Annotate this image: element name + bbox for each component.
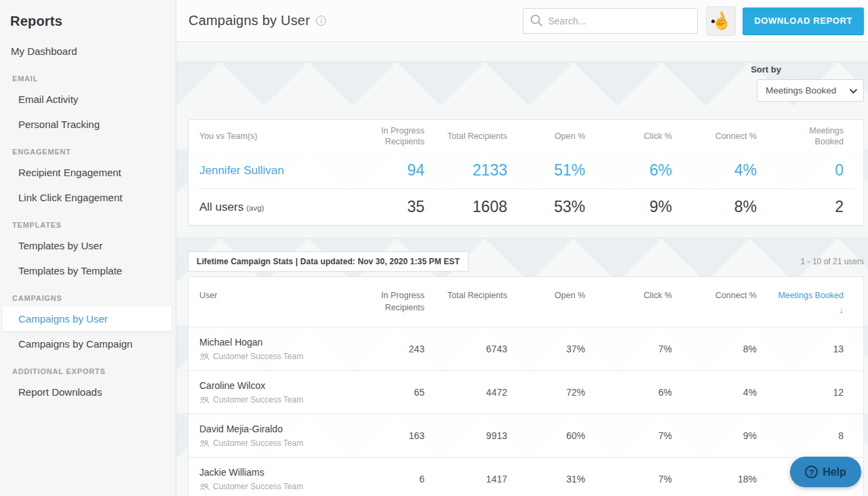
info-icon[interactable]: i <box>316 16 326 26</box>
sort-select-value: Meetings Booked <box>766 85 836 96</box>
total-recipients-value: 4472 <box>425 387 507 398</box>
sidebar-section-email: EMAIL <box>0 64 176 87</box>
sidebar-section-additional-exports: ADDITIONAL EXPORTS <box>0 356 176 379</box>
table-row-michael-hogan[interactable]: Michael Hogan Customer Success Team 243 … <box>189 327 863 370</box>
team-icon <box>199 396 210 404</box>
search-input[interactable] <box>523 8 698 34</box>
summary-col-click: Click % <box>585 131 672 141</box>
sidebar-item-recipient-engagement[interactable]: Recipient Engagement <box>0 160 176 185</box>
sidebar-item-campaigns-by-campaign[interactable]: Campaigns by Campaign <box>0 331 176 356</box>
summary-col-you-vs-teams: You vs Team(s) <box>189 131 342 141</box>
total-recipients-value: 9913 <box>425 430 507 441</box>
sidebar-item-campaigns-by-user[interactable]: Campaigns by User <box>3 306 172 331</box>
summary-col-total-recipients: Total Recipients <box>425 131 507 141</box>
user-cell: Jackie Williams Customer Success Team <box>189 467 342 491</box>
sidebar-item-email-activity[interactable]: Email Activity <box>0 87 176 112</box>
open-value: 37% <box>507 344 585 354</box>
sidebar-item-link-click-engagement[interactable]: Link Click Engagement <box>0 185 176 210</box>
data-updated-chip: Lifetime Campaign Stats | Data updated: … <box>188 251 469 272</box>
sidebar-section-templates: TEMPLATES <box>0 210 176 233</box>
meetings-value: 13 <box>757 344 863 354</box>
summary-row-all-users: All users(avg) 35 1608 53% 9% 8% 2 <box>189 189 863 225</box>
col-open[interactable]: Open % <box>507 277 585 302</box>
sidebar-title: Reports <box>0 11 176 39</box>
table-header-row: User In Progress Recipients Total Recipi… <box>189 277 863 327</box>
summary-row-you[interactable]: Jennifer Sullivan 94 2133 51% 6% 4% 0 <box>189 152 863 188</box>
you-connect-value: 4% <box>672 161 757 180</box>
you-click-value: 6% <box>585 161 672 180</box>
meetings-value: 12 <box>757 387 863 398</box>
in-progress-value: 65 <box>342 387 425 398</box>
team-icon <box>199 353 210 360</box>
table-row-david-mejia-giraldo[interactable]: David Mejia-Giraldo Customer Success Tea… <box>189 413 863 457</box>
you-vs-team-card: You vs Team(s) In Progress Recipients To… <box>188 119 864 226</box>
user-name: Jackie Williams <box>199 467 342 478</box>
sort-descending-arrow-icon[interactable]: ↓ <box>840 304 844 317</box>
sort-area: Sort by Meetings Booked <box>188 42 864 102</box>
sidebar-item-my-dashboard[interactable]: My Dashboard <box>0 39 176 64</box>
col-connect[interactable]: Connect % <box>672 277 757 302</box>
user-team: Customer Success Team <box>199 352 342 361</box>
download-report-button[interactable]: DOWNLOAD REPORT <box>743 7 864 35</box>
sidebar-item-templates-by-user[interactable]: Templates by User <box>0 233 176 258</box>
all-meetings-value: 2 <box>757 198 863 216</box>
all-open-value: 53% <box>507 198 585 216</box>
filter-button[interactable]: ☝ <box>706 6 736 36</box>
team-icon <box>199 483 210 491</box>
sidebar-item-templates-by-template[interactable]: Templates by Template <box>0 258 176 283</box>
summary-col-connect: Connect % <box>672 131 757 141</box>
user-team: Customer Success Team <box>199 395 342 405</box>
open-value: 72% <box>507 387 585 398</box>
user-name: Caroline Wilcox <box>199 380 342 391</box>
summary-col-open: Open % <box>507 131 585 141</box>
you-meetings-value: 0 <box>757 161 863 180</box>
open-value: 31% <box>507 474 585 484</box>
all-connect-value: 8% <box>672 198 757 216</box>
chevron-down-icon <box>850 85 857 93</box>
pagination-range: 1 - 10 of 21 users <box>801 257 864 266</box>
page-title: Campaigns by User <box>189 13 310 28</box>
sidebar-section-engagement: ENGAGEMENT <box>0 137 176 160</box>
table-row-jackie-williams[interactable]: Jackie Williams Customer Success Team 6 … <box>189 457 863 496</box>
total-recipients-value: 6743 <box>425 344 507 354</box>
all-click-value: 9% <box>585 198 672 216</box>
question-circle-icon: ? <box>805 466 818 478</box>
help-button[interactable]: ? Help <box>790 457 861 487</box>
summary-header-row: You vs Team(s) In Progress Recipients To… <box>189 120 863 152</box>
user-team: Customer Success Team <box>199 482 342 491</box>
campaigns-by-user-table: User In Progress Recipients Total Recipi… <box>188 276 864 496</box>
hand-cursor-icon: ☝ <box>709 9 733 31</box>
table-row-caroline-wilcox[interactable]: Caroline Wilcox Customer Success Team 65… <box>189 370 863 413</box>
col-total-recipients[interactable]: Total Recipients <box>425 277 507 302</box>
sidebar-item-personal-tracking[interactable]: Personal Tracking <box>0 112 176 137</box>
main-panel: Campaigns by User i ☝ DOWNLOAD REPORT <box>176 0 868 496</box>
user-cell: Michael Hogan Customer Success Team <box>189 337 342 361</box>
stats-bar: Lifetime Campaign Stats | Data updated: … <box>188 251 864 272</box>
connect-value: 9% <box>672 430 757 441</box>
user-name: David Mejia-Giraldo <box>199 423 342 434</box>
user-name: Michael Hogan <box>199 337 342 348</box>
all-in-progress-value: 35 <box>342 198 425 216</box>
summary-user-link[interactable]: Jennifer Sullivan <box>189 164 342 178</box>
avg-suffix: (avg) <box>246 204 264 212</box>
in-progress-value: 6 <box>342 474 425 484</box>
click-value: 7% <box>585 344 672 354</box>
col-meetings-booked-sorted[interactable]: Meetings Booked ↓ <box>757 277 863 317</box>
meetings-value: 8 <box>757 430 863 441</box>
in-progress-value: 243 <box>342 344 425 354</box>
content-area: Sort by Meetings Booked You vs Team(s) I… <box>176 42 868 496</box>
col-user[interactable]: User <box>189 277 342 302</box>
help-label: Help <box>823 466 846 478</box>
search-box <box>523 8 698 34</box>
user-cell: David Mejia-Giraldo Customer Success Tea… <box>189 423 342 448</box>
sort-select[interactable]: Meetings Booked <box>757 79 864 102</box>
top-actions: ☝ DOWNLOAD REPORT <box>523 6 864 36</box>
col-click[interactable]: Click % <box>585 277 672 302</box>
col-in-progress[interactable]: In Progress Recipients <box>342 277 425 314</box>
app-window: Reports My Dashboard EMAIL Email Activit… <box>0 0 868 496</box>
summary-col-meetings: Meetings Booked <box>757 125 863 148</box>
top-bar: Campaigns by User i ☝ DOWNLOAD REPORT <box>176 0 868 42</box>
sidebar-item-report-downloads[interactable]: Report Downloads <box>0 379 176 405</box>
summary-col-in-progress: In Progress Recipients <box>342 125 425 148</box>
user-team: Customer Success Team <box>199 438 342 448</box>
